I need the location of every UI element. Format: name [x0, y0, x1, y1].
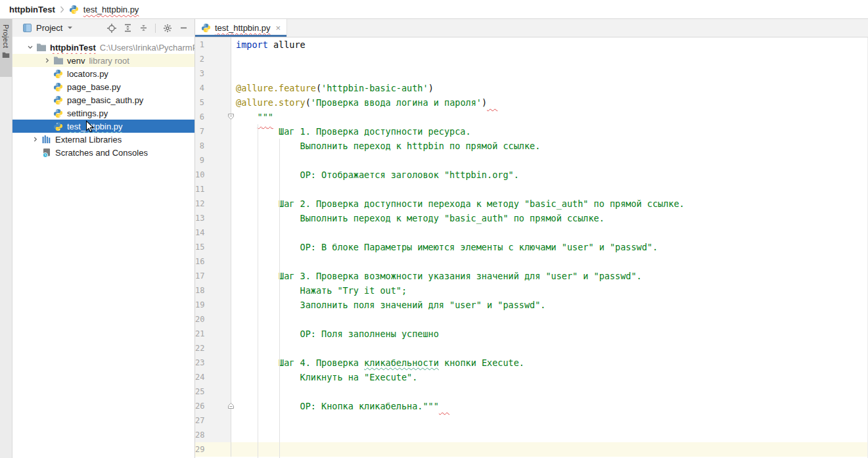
hide-icon[interactable] [179, 24, 188, 32]
gutter-line-number[interactable]: 24 [195, 370, 231, 384]
code-line-29[interactable]: 29 [195, 442, 867, 457]
code-line-21[interactable]: 21 ОР: Поля заполнены успешно [195, 327, 867, 341]
tab-test-httpbin[interactable]: test_httpbin.py × [195, 19, 287, 37]
code-line-16[interactable]: 16 [195, 254, 867, 269]
code-line-26[interactable]: 26 ОР: Кнопка кликабельна."""~~ [195, 399, 867, 413]
tree-item-page-base-py[interactable]: page_base.py [12, 80, 194, 93]
code-line-12[interactable]: 12 Шаг 2. Проверка доступности перехода … [195, 196, 867, 211]
fold-marker-down-icon[interactable] [227, 113, 235, 120]
code-line-19[interactable]: 19 Заполнить поля значений для "user" и … [195, 298, 867, 312]
gutter-line-number[interactable]: 13 [195, 211, 231, 225]
tree-item-label: page_base.py [67, 82, 121, 92]
gutter-line-number[interactable]: 14 [195, 225, 231, 240]
panel-title[interactable]: Project [36, 23, 62, 33]
gutter-line-number[interactable]: 8 [195, 139, 231, 153]
gutter-line-number[interactable]: 12 [195, 196, 231, 211]
code-line-9[interactable]: 9 [195, 153, 867, 168]
code-line-23[interactable]: 23 Шаг 4. Проверка кликабельности кнопки… [195, 355, 867, 370]
locate-icon[interactable] [107, 24, 116, 33]
breadcrumb-file[interactable]: test_httpbin.py [83, 5, 139, 14]
tree-item-venv[interactable]: venvlibrary root [12, 54, 194, 67]
code-text: ОР: Отображается заголовок "httpbin.org"… [231, 168, 867, 182]
code-line-7[interactable]: 7 Шаг 1. Проверка доступности ресурса. [195, 124, 867, 139]
token-typo: кликабельности [364, 357, 439, 368]
tree-item-httpbintest[interactable]: httpbinTestC:\Users\Irinka\PycharmProjec [12, 41, 194, 54]
folder-tool-icon [2, 51, 10, 58]
gutter-line-number[interactable]: 27 [195, 413, 231, 428]
token-str: ОР: Отображается заголовок "httpbin.org"… [236, 170, 519, 180]
gutter-line-number[interactable]: 23 [195, 355, 231, 370]
code-line-5[interactable]: 5@allure.story('Проверка ввода логина и … [195, 95, 867, 110]
collapse-all-icon[interactable] [139, 24, 148, 32]
gutter-line-number[interactable]: 19 [195, 298, 231, 312]
gutter-line-number[interactable]: 4 [195, 81, 231, 95]
gutter-line-number[interactable]: 17 [195, 269, 231, 283]
code-line-14[interactable]: 14 [195, 225, 867, 240]
tree-item-locators-py[interactable]: locators.py [12, 67, 194, 80]
code-editor[interactable]: 1import allure234@allure.feature('httpbi… [195, 37, 868, 458]
tree-item-page-basic-auth-py[interactable]: page_basic_auth.py [12, 93, 194, 106]
gutter-line-number[interactable]: 7 [195, 124, 231, 139]
code-line-8[interactable]: 8 Выполнить переход к httpbin по прямой … [195, 139, 867, 153]
chevron-down-icon[interactable] [67, 26, 73, 30]
chevron-down-icon[interactable] [24, 44, 36, 51]
code-line-6[interactable]: 6 """~~~ [195, 110, 867, 124]
tree-item-scratches-and-consoles[interactable]: Scratches and Consoles [12, 146, 194, 159]
expand-all-icon[interactable] [124, 24, 132, 32]
breadcrumb-project[interactable]: httpbinTest [9, 5, 55, 14]
code-line-10[interactable]: 10 ОР: Отображается заголовок "httpbin.o… [195, 168, 867, 182]
tree-item-external-libraries[interactable]: External Libraries [12, 133, 194, 146]
gutter-line-number[interactable]: 3 [195, 66, 231, 81]
token-str: Шаг 1. Проверка доступности ресурса. [236, 126, 471, 137]
settings-gear-icon[interactable] [163, 24, 172, 33]
gutter-line-number[interactable]: 5 [195, 95, 231, 110]
project-stripe-button[interactable]: Project [0, 19, 12, 77]
code-line-22[interactable]: 22 [195, 341, 867, 355]
code-line-28[interactable]: 28 [195, 428, 867, 442]
gutter-line-number[interactable]: 10 [195, 168, 231, 182]
code-text [231, 254, 867, 269]
token-str: ОР: Поля заполнены успешно [236, 329, 439, 339]
code-text: Заполнить поля значений для "user" и "pa… [231, 298, 867, 312]
code-line-18[interactable]: 18 Нажать "Try it out"; [195, 283, 867, 298]
code-line-24[interactable]: 24 Кликнуть на "Execute". [195, 370, 867, 384]
token-plain: ) [428, 83, 434, 93]
gutter-line-number[interactable]: 9 [195, 153, 231, 168]
gutter-line-number[interactable]: 6 [195, 110, 231, 124]
gutter-line-number[interactable]: 15 [195, 240, 231, 254]
gutter-line-number[interactable]: 18 [195, 283, 231, 298]
fold-marker-up-icon[interactable] [227, 402, 235, 409]
code-text [231, 225, 867, 240]
folder-icon [53, 56, 65, 65]
code-line-2[interactable]: 2 [195, 52, 867, 66]
code-line-25[interactable]: 25 [195, 384, 867, 399]
gutter-line-number[interactable]: 29 [195, 442, 231, 457]
tree-item-settings-py[interactable]: settings.py [12, 106, 194, 120]
code-line-20[interactable]: 20 [195, 312, 867, 327]
code-line-27[interactable]: 27 [195, 413, 867, 428]
gutter-line-number[interactable]: 16 [195, 254, 231, 269]
code-line-3[interactable]: 3 [195, 66, 867, 81]
tree-item-test-httpbin-py[interactable]: test_httpbin.py [12, 120, 194, 133]
chevron-right-icon[interactable] [41, 57, 53, 64]
code-line-11[interactable]: 11 [195, 182, 867, 196]
code-text: Шаг 4. Проверка кликабельности кнопки Ex… [231, 355, 867, 370]
gutter-line-number[interactable]: 21 [195, 327, 231, 341]
code-text: @allure.feature('httpbin-basic-auth') [231, 81, 867, 95]
gutter-line-number[interactable]: 11 [195, 182, 231, 196]
code-line-15[interactable]: 15 ОР: В блоке Параметры имеются элемент… [195, 240, 867, 254]
token-deco: @allure.story [236, 97, 306, 108]
gutter-line-number[interactable]: 1 [195, 37, 231, 52]
code-line-13[interactable]: 13 Выполнить переход к методу "basic_aut… [195, 211, 867, 225]
code-line-4[interactable]: 4@allure.feature('httpbin-basic-auth') [195, 81, 867, 95]
gutter-line-number[interactable]: 26 [195, 399, 231, 413]
code-line-1[interactable]: 1import allure [195, 37, 867, 52]
chevron-right-icon[interactable] [30, 136, 41, 143]
close-icon[interactable]: × [276, 23, 281, 33]
gutter-line-number[interactable]: 2 [195, 52, 231, 66]
code-line-17[interactable]: 17 Шаг 3. Проверка возможности указания … [195, 269, 867, 283]
gutter-line-number[interactable]: 20 [195, 312, 231, 327]
gutter-line-number[interactable]: 28 [195, 428, 231, 442]
gutter-line-number[interactable]: 22 [195, 341, 231, 355]
gutter-line-number[interactable]: 25 [195, 384, 231, 399]
